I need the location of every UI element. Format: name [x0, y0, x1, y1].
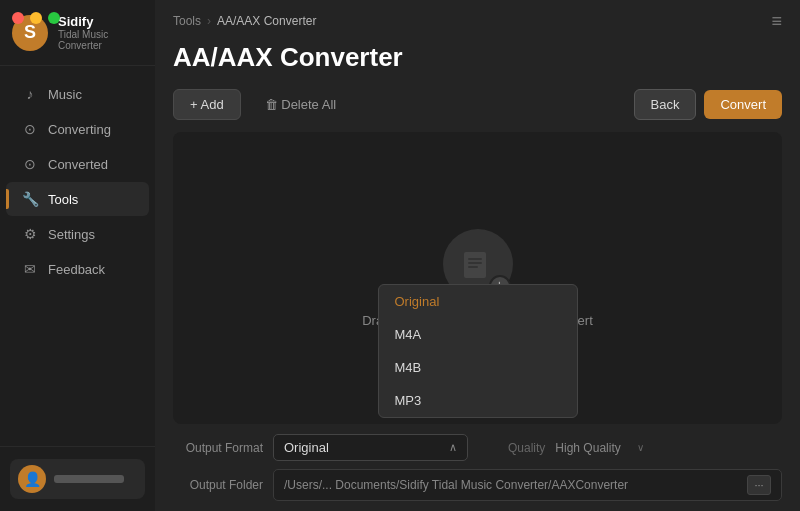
sidebar: S Sidify Tidal Music Converter ♪ Music ⊙…: [0, 0, 155, 511]
breadcrumb-current: AA/AAX Converter: [217, 14, 316, 28]
close-button[interactable]: [12, 12, 24, 24]
page-title: AA/AAX Converter: [155, 36, 800, 89]
minimize-button[interactable]: [30, 12, 42, 24]
converting-icon: ⊙: [22, 121, 38, 137]
svg-rect-1: [468, 258, 482, 260]
sidebar-item-label: Settings: [48, 227, 95, 242]
topbar: Tools › AA/AAX Converter ≡: [155, 0, 800, 36]
sidebar-item-label: Converting: [48, 122, 111, 137]
convert-button[interactable]: Convert: [704, 90, 782, 119]
svg-rect-2: [468, 262, 482, 264]
app-name: Sidify: [58, 14, 143, 29]
sidebar-item-settings[interactable]: ⚙ Settings: [6, 217, 149, 251]
sidebar-item-label: Music: [48, 87, 82, 102]
user-name-bar: [54, 475, 124, 483]
dropdown-item-original[interactable]: Original: [379, 285, 577, 318]
dropdown-item-m4a[interactable]: M4A: [379, 318, 577, 351]
toolbar: + Add 🗑 Delete All Back Convert: [155, 89, 800, 132]
delete-all-button[interactable]: 🗑 Delete All: [249, 90, 353, 119]
settings-icon: ⚙: [22, 226, 38, 242]
breadcrumb-separator: ›: [207, 14, 211, 28]
maximize-button[interactable]: [48, 12, 60, 24]
app-subtitle: Tidal Music Converter: [58, 29, 143, 51]
sidebar-item-label: Feedback: [48, 262, 105, 277]
dropdown-item-m4b[interactable]: M4B: [379, 351, 577, 384]
sidebar-item-converting[interactable]: ⊙ Converting: [6, 112, 149, 146]
sidebar-item-tools[interactable]: 🔧 Tools: [6, 182, 149, 216]
quality-chevron-icon[interactable]: ∨: [637, 442, 644, 453]
sidebar-item-label: Tools: [48, 192, 78, 207]
sidebar-item-music[interactable]: ♪ Music: [6, 77, 149, 111]
format-dropdown-overlay: Original M4A M4B MP3: [378, 284, 578, 418]
sidebar-footer: 👤: [0, 446, 155, 511]
sidebar-item-feedback[interactable]: ✉ Feedback: [6, 252, 149, 286]
folder-input: /Users/... Documents/Sidify Tidal Music …: [273, 469, 782, 501]
add-button[interactable]: + Add: [173, 89, 241, 120]
feedback-icon: ✉: [22, 261, 38, 277]
format-label: Output Format: [173, 441, 263, 455]
quality-value: High Quality: [555, 441, 620, 455]
folder-row: Output Folder /Users/... Documents/Sidif…: [173, 469, 782, 501]
chevron-up-icon: ∧: [449, 441, 457, 454]
svg-rect-0: [464, 252, 486, 278]
sidebar-nav: ♪ Music ⊙ Converting ⊙ Converted 🔧 Tools…: [0, 66, 155, 446]
format-row: Output Format Original ∧ Quality High Qu…: [173, 434, 782, 461]
tools-icon: 🔧: [22, 191, 38, 207]
user-card[interactable]: 👤: [10, 459, 145, 499]
folder-path: /Users/... Documents/Sidify Tidal Music …: [284, 478, 741, 492]
dropdown-item-mp3[interactable]: MP3: [379, 384, 577, 417]
format-select[interactable]: Original ∧: [273, 434, 468, 461]
folder-browse-button[interactable]: ···: [747, 475, 771, 495]
sidebar-item-label: Converted: [48, 157, 108, 172]
main-content: Tools › AA/AAX Converter ≡ AA/AAX Conver…: [155, 0, 800, 511]
back-button[interactable]: Back: [634, 89, 697, 120]
folder-label: Output Folder: [173, 478, 263, 492]
bottom-bar: Output Format Original ∧ Quality High Qu…: [155, 424, 800, 511]
user-avatar: 👤: [18, 465, 46, 493]
quality-label: Quality: [508, 441, 545, 455]
converted-icon: ⊙: [22, 156, 38, 172]
drop-area[interactable]: + Drag & drop audiobooks here to convert…: [173, 132, 782, 424]
menu-icon[interactable]: ≡: [771, 12, 782, 30]
music-icon: ♪: [22, 86, 38, 102]
format-select-value: Original: [284, 440, 329, 455]
sidebar-header: S Sidify Tidal Music Converter: [0, 0, 155, 66]
sidebar-item-converted[interactable]: ⊙ Converted: [6, 147, 149, 181]
breadcrumb-root[interactable]: Tools: [173, 14, 201, 28]
svg-rect-3: [468, 266, 478, 268]
